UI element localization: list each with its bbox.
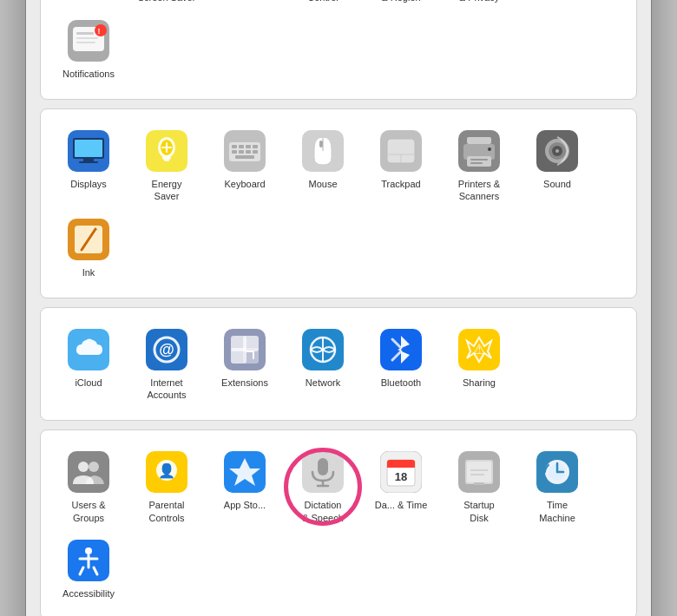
svg-rect-59 — [253, 145, 258, 148]
network-label: Network — [306, 377, 340, 389]
pref-accessibility[interactable]: Accessibility — [49, 531, 128, 606]
svg-text:@: @ — [159, 341, 174, 358]
mouse-label: Mouse — [308, 178, 337, 190]
notifications-icon: ! — [68, 20, 109, 62]
ink-label: Ink — [82, 266, 95, 279]
pref-spotlight[interactable]: Spotlight — [518, 0, 596, 11]
svg-rect-103 — [68, 451, 109, 493]
svg-point-105 — [89, 462, 99, 472]
trackpad-label: Trackpad — [381, 178, 420, 190]
pref-parental[interactable]: 👤 ParentalControls — [128, 442, 206, 531]
parental-icon: 👤 — [146, 451, 187, 493]
svg-rect-44 — [75, 140, 102, 157]
pref-language[interactable]: Language& Region — [362, 0, 440, 11]
pref-security[interactable]: Security& Privacy — [440, 0, 518, 11]
pref-general[interactable]: File New General — [49, 0, 128, 11]
pref-printers[interactable]: Printers &Scanners — [440, 121, 518, 210]
startup-label: StartupDisk — [463, 499, 494, 524]
extensions-icon — [224, 329, 266, 370]
datetime-label: Da... & Time — [375, 499, 428, 511]
sound-label: Sound — [543, 178, 571, 190]
pref-bluetooth[interactable]: Bluetooth — [362, 320, 440, 409]
preferences-content: File New General — [26, 0, 651, 616]
mouse-icon — [302, 130, 344, 172]
dictation-icon — [302, 451, 344, 493]
svg-rect-121 — [467, 462, 491, 482]
pref-keyboard[interactable]: Keyboard — [206, 121, 284, 210]
svg-point-131 — [85, 547, 92, 554]
pref-desktop[interactable]: Desktop &Screen Saver — [128, 0, 206, 11]
svg-rect-41 — [76, 42, 95, 43]
pref-appstore[interactable]: App Sto... — [206, 442, 284, 531]
pref-datetime[interactable]: 18 Da... & Time — [362, 442, 440, 531]
svg-rect-75 — [467, 156, 491, 167]
section-system: Users &Groups 👤 ParentalControls — [40, 429, 637, 616]
svg-text:18: 18 — [395, 470, 407, 483]
svg-rect-62 — [246, 150, 251, 154]
section-internet: iCloud @ InternetAccounts — [40, 307, 637, 422]
svg-rect-56 — [232, 145, 237, 148]
svg-rect-76 — [470, 159, 488, 161]
language-label: Language& Region — [380, 0, 423, 4]
displays-icon — [68, 130, 109, 172]
svg-point-83 — [555, 149, 559, 153]
svg-point-104 — [78, 462, 89, 472]
svg-rect-63 — [253, 150, 258, 154]
internet-accounts-label: InternetAccounts — [147, 377, 186, 402]
svg-rect-111 — [318, 458, 328, 475]
pref-ink[interactable]: Ink — [49, 210, 128, 285]
network-icon — [302, 329, 344, 370]
pref-notifications[interactable]: ! Notifications — [49, 11, 128, 87]
section-personal: File New General — [40, 0, 637, 100]
pref-mouse[interactable]: Mouse — [284, 121, 362, 210]
users-label: Users &Groups — [71, 499, 105, 524]
svg-rect-51 — [164, 159, 169, 161]
pref-dictation[interactable]: Dictation& Speech — [284, 442, 362, 531]
pref-sharing[interactable]: ⚠ Sharing — [440, 320, 518, 409]
svg-rect-58 — [246, 145, 251, 148]
svg-rect-46 — [79, 161, 98, 163]
pref-mission[interactable]: MissionControl — [284, 0, 362, 11]
pref-internet-accounts[interactable]: @ InternetAccounts — [128, 320, 206, 409]
bluetooth-icon — [380, 329, 422, 370]
svg-text:!: ! — [98, 27, 101, 36]
system-preferences-window: ‹ › System Preferences 🔍 Search — [26, 0, 651, 616]
appstore-label: App Sto... — [224, 499, 266, 511]
pref-trackpad[interactable]: Trackpad — [362, 121, 440, 210]
displays-label: Displays — [70, 178, 107, 190]
svg-rect-122 — [474, 482, 484, 485]
parental-label: ParentalControls — [149, 499, 185, 524]
svg-rect-73 — [467, 137, 491, 144]
svg-text:⚠: ⚠ — [473, 342, 485, 357]
pref-energy[interactable]: EnergySaver — [128, 121, 206, 210]
pref-startup[interactable]: StartupDisk — [440, 442, 518, 531]
pref-dock[interactable]: Dock — [206, 0, 284, 11]
pref-timemachine[interactable]: TimeMachine — [518, 442, 596, 531]
sound-icon — [536, 130, 578, 172]
pref-extensions[interactable]: Extensions — [206, 320, 284, 409]
svg-rect-77 — [470, 162, 483, 164]
dictation-label: Dictation& Speech — [302, 499, 344, 524]
system-grid: Users &Groups 👤 ParentalControls — [49, 442, 628, 606]
svg-point-78 — [488, 147, 491, 151]
icloud-label: iCloud — [75, 377, 102, 389]
svg-rect-64 — [235, 155, 254, 159]
security-label: Security& Privacy — [459, 0, 499, 4]
pref-users[interactable]: Users &Groups — [49, 442, 128, 531]
svg-text:👤: 👤 — [158, 462, 175, 479]
pref-icloud[interactable]: iCloud — [49, 320, 128, 409]
pref-network[interactable]: Network — [284, 320, 362, 409]
timemachine-label: TimeMachine — [539, 499, 575, 524]
datetime-icon: 18 — [380, 451, 422, 493]
notifications-label: Notifications — [62, 68, 115, 80]
svg-rect-96 — [243, 348, 259, 364]
printers-label: Printers &Scanners — [458, 178, 500, 203]
energy-label: EnergySaver — [152, 178, 182, 203]
hardware-grid: Displays EnergySave — [49, 121, 628, 285]
ink-icon — [68, 219, 109, 260]
pref-displays[interactable]: Displays — [49, 121, 128, 210]
svg-rect-57 — [239, 145, 244, 148]
keyboard-label: Keyboard — [224, 178, 265, 190]
pref-sound[interactable]: Sound — [518, 121, 596, 210]
startup-icon — [458, 451, 500, 493]
